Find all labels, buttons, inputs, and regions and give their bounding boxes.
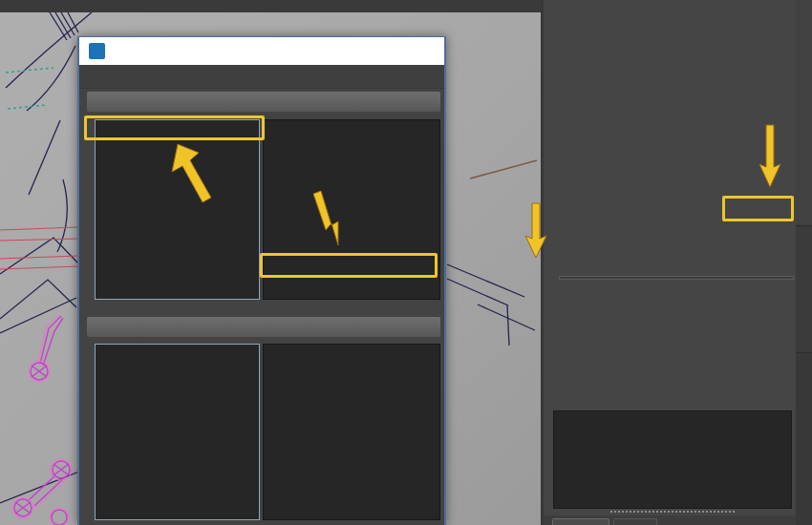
shape-node-pointconstraint[interactable]	[559, 276, 794, 280]
driver-section-header	[87, 92, 440, 112]
layer-tab-button-1[interactable]	[552, 518, 609, 525]
window-titlebar[interactable]	[79, 36, 444, 65]
highlight-box-index-value	[722, 196, 794, 221]
menu-bar	[79, 65, 444, 89]
layer-editor-area[interactable]	[553, 410, 792, 509]
side-tab-strip	[796, 0, 812, 525]
driven-object-list[interactable]	[95, 344, 260, 520]
driver-object-list[interactable]	[95, 119, 260, 300]
tab-channel-box-layer-editor[interactable]	[796, 0, 812, 226]
driven-attribute-list[interactable]	[263, 344, 440, 520]
maximize-button[interactable]	[368, 38, 406, 65]
highlight-box-index-attribute	[260, 253, 438, 278]
tab-attribute-editor[interactable]	[796, 227, 812, 353]
driven-section-header	[87, 317, 440, 337]
minimize-button[interactable]	[330, 38, 368, 65]
panel-drag-handle[interactable]	[610, 511, 735, 513]
layer-tab-button-2[interactable]	[613, 518, 657, 525]
maya-app-icon	[89, 43, 105, 59]
close-button[interactable]	[406, 38, 444, 65]
set-driven-key-window	[77, 36, 446, 525]
viewport-top-strip	[0, 0, 543, 12]
channel-box-panel	[541, 0, 796, 525]
highlight-box-driver-object	[84, 116, 265, 140]
